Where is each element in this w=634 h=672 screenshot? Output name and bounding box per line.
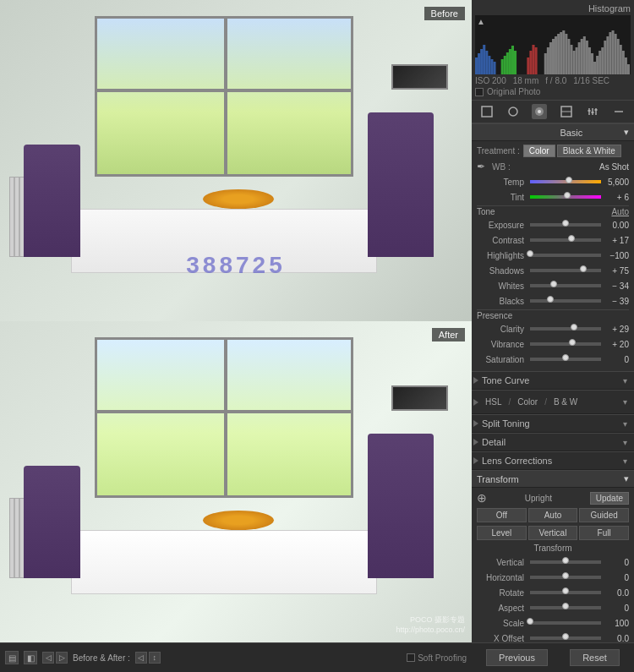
temp-track[interactable] [530,180,601,183]
tone-curve-section[interactable]: Tone Curve ▾ [472,371,634,390]
chair-left-bottom [24,466,80,578]
tint-thumb[interactable] [564,192,571,199]
highlights-thumb[interactable] [527,250,533,257]
highlights-track[interactable] [530,254,601,257]
xoffset-track[interactable] [530,636,601,640]
full-btn[interactable]: Full [579,526,629,540]
shadows-thumb[interactable] [580,265,587,272]
saturation-thumb[interactable] [562,354,569,361]
aspect-track[interactable] [530,606,601,609]
blacks-track[interactable] [530,299,601,303]
horiz-thumb[interactable] [562,572,569,579]
tool-icon-redeye[interactable] [532,104,547,119]
right-panel: Histogram ▲ [472,0,634,642]
guided-btn[interactable]: Guided [579,508,629,522]
move-icon[interactable]: ⊕ [477,491,487,505]
vert-thumb[interactable] [562,557,569,564]
blacks-thumb[interactable] [547,296,554,303]
filmstrip-icon[interactable]: ▤ [5,651,19,664]
level-btn[interactable]: Level [477,526,527,540]
soft-proof-checkbox[interactable] [407,653,415,662]
previous-btn[interactable]: Previous [486,649,548,666]
after-scene [0,321,472,642]
off-btn[interactable]: Off [477,508,527,522]
clarity-thumb[interactable] [571,324,577,331]
svg-rect-25 [562,30,565,74]
nav-arrows: ◁ ▷ [42,652,68,664]
split-toning-section[interactable]: Split Toning ▾ [472,414,634,433]
whites-track[interactable] [530,284,601,287]
transform-section-header[interactable]: Transform ▾ [472,470,634,488]
svg-rect-31 [578,42,581,74]
after-photo: After POCO 摄影专题 http://photo.poco.cn/ [0,321,472,642]
reset-btn[interactable]: Reset [570,649,620,666]
detail-section[interactable]: Detail ▾ [472,433,634,451]
svg-rect-16 [532,45,534,74]
saturation-track[interactable] [530,358,601,361]
split-toning-title: Split Toning [482,418,530,429]
contrast-label: Contrast [477,236,527,245]
hsl-row: HSL / Color / B & W [482,394,581,410]
whites-thumb[interactable] [550,281,557,287]
hsl-section[interactable]: HSL / Color / B & W ▾ [472,390,634,414]
clarity-label: Clarity [477,325,527,334]
after-label: After [432,328,465,341]
rotate-thumb[interactable] [562,587,569,594]
highlights-label: Highlights [477,251,527,260]
aspect-thumb[interactable] [562,603,569,609]
scale-thumb[interactable] [527,618,533,625]
vertical-upright-btn[interactable]: Vertical [528,526,578,540]
lens-corrections-chevron: ▾ [623,456,627,466]
vibrance-thumb[interactable] [569,339,576,346]
ba-prev-icon[interactable]: ◁ [135,652,147,664]
loupe-icon[interactable]: ◧ [24,651,37,664]
xoffset-thumb[interactable] [562,633,569,640]
vert-track[interactable] [530,560,601,564]
shadows-track[interactable] [530,269,601,272]
horiz-track[interactable] [530,576,601,579]
hsl-label[interactable]: HSL [485,397,501,407]
ba-swap-icon[interactable]: ↕ [149,652,161,664]
treatment-label: Treatment : [477,146,520,156]
exposure-thumb[interactable] [562,220,569,227]
tool-icon-camera[interactable] [611,104,626,119]
table-bottom [71,530,378,594]
tint-track[interactable] [530,195,601,199]
tool-icon-gradient[interactable] [559,104,574,119]
tool-icon-crop[interactable] [479,104,495,119]
eyedropper-icon[interactable]: ✒ [477,161,489,172]
nav-prev-icon[interactable]: ◁ [42,652,54,664]
auto-upright-btn[interactable]: Auto [528,508,578,522]
temp-thumb[interactable] [566,177,572,183]
chair-right-top [368,112,434,257]
soft-proof: Soft Proofing [407,653,467,663]
exposure-track[interactable] [530,223,601,227]
tool-icons-row [472,101,634,123]
lens-corrections-section[interactable]: Lens Corrections ▾ [472,451,634,470]
color-label[interactable]: Color [517,397,538,407]
aspect-value: 0 [604,604,629,613]
contrast-thumb[interactable] [568,235,575,242]
update-btn[interactable]: Update [590,492,629,505]
tone-label: Tone [477,207,495,216]
nav-next-icon[interactable]: ▷ [56,652,68,664]
basic-section-header[interactable]: Transform Basic ▾ [472,123,634,141]
contrast-track[interactable] [530,238,601,242]
svg-rect-9 [504,56,506,74]
tool-icon-spot[interactable] [506,104,521,119]
bw-label[interactable]: B & W [554,397,577,407]
shadows-row: Shadows + 75 [477,264,629,277]
expand-icon[interactable]: ▲ [477,17,485,26]
bw-btn[interactable]: Black & White [557,145,621,157]
tool-icon-adjustments[interactable] [585,104,600,119]
color-btn[interactable]: Color [523,145,555,157]
vibrance-track[interactable] [530,342,601,346]
highlights-row: Highlights −100 [477,249,629,262]
scale-track[interactable] [530,621,601,625]
original-photo-checkbox[interactable] [475,88,484,96]
rotate-track[interactable] [530,591,601,594]
clarity-track[interactable] [530,327,601,331]
auto-btn[interactable]: Auto [611,207,629,216]
lens-corrections-title: Lens Corrections [482,456,552,466]
blacks-row: Blacks − 39 [477,294,629,308]
